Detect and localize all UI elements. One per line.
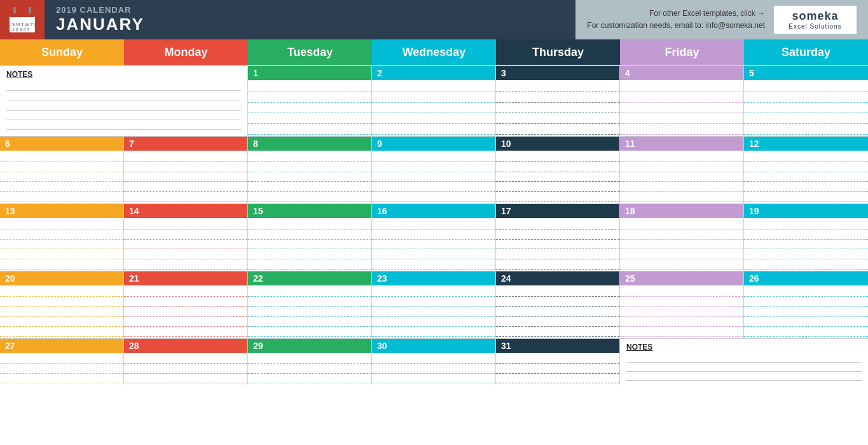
day-11[interactable]: 11: [620, 137, 744, 203]
header-title: 2019 CALENDAR JANUARY: [45, 0, 575, 39]
day-16[interactable]: 16: [372, 204, 496, 271]
notes-line: [626, 363, 862, 372]
day-15[interactable]: 15: [248, 204, 372, 271]
day-28[interactable]: 28: [124, 339, 248, 385]
day-21[interactable]: 21: [124, 271, 248, 338]
notes-line: [626, 354, 862, 363]
day-4[interactable]: 4: [620, 66, 744, 136]
month-label: JANUARY: [56, 15, 564, 34]
day-number-18: 18: [620, 204, 743, 218]
day-number-16: 16: [372, 204, 495, 218]
day-number-8: 8: [248, 137, 371, 151]
calendar-row-4: 20 21 22: [0, 271, 868, 339]
day-number-22: 22: [248, 271, 371, 285]
calendar-row-5: 27 28 29 30: [0, 339, 868, 385]
day-2[interactable]: 2: [372, 66, 496, 136]
day-24[interactable]: 24: [496, 271, 620, 338]
day-number-14: 14: [124, 204, 247, 218]
day-29[interactable]: 29: [248, 339, 372, 385]
day-number-9: 9: [372, 137, 495, 151]
day-10[interactable]: 10: [496, 137, 620, 203]
notes-cell-top[interactable]: NOTES: [0, 66, 248, 136]
notes-line: [6, 91, 241, 100]
day-14[interactable]: 14: [124, 204, 248, 271]
day-12[interactable]: 12: [744, 137, 868, 203]
notes-lines-top: [6, 81, 241, 130]
notes-label-bottom: NOTES: [626, 343, 862, 352]
day-22[interactable]: 22: [248, 271, 372, 338]
logo-name: someka: [792, 10, 838, 23]
day-30[interactable]: 30: [372, 339, 496, 385]
day-31[interactable]: 31: [496, 339, 620, 385]
header-friday: Friday: [620, 39, 744, 65]
header-thursday: Thursday: [496, 39, 620, 65]
day-number-29: 29: [248, 339, 371, 353]
day-number-5: 5: [744, 66, 868, 80]
calendar-grid: NOTES 1 2: [0, 66, 868, 385]
day-5[interactable]: 5: [744, 66, 868, 136]
notes-line: [6, 81, 241, 91]
day-23[interactable]: 23: [372, 271, 496, 338]
day-number-2: 2: [372, 66, 495, 80]
header-links: For other Excel templates, click → For c…: [587, 8, 765, 32]
svg-text:1  2  3  4  5: 1 2 3 4 5: [12, 27, 29, 32]
calendar-row-2: 6 7 8: [0, 137, 868, 204]
notes-label-top: NOTES: [6, 70, 241, 79]
day-number-4: 4: [620, 66, 743, 80]
header-saturday: Saturday: [744, 39, 868, 65]
day-number-28: 28: [124, 339, 247, 353]
day-1[interactable]: 1: [248, 66, 372, 136]
logo-tagline: Excel Solutions: [789, 23, 841, 30]
calendar-row-3: 13 14 15: [0, 204, 868, 271]
day-18[interactable]: 18: [620, 204, 744, 271]
logo: someka Excel Solutions: [774, 6, 857, 34]
day-17[interactable]: 17: [496, 204, 620, 271]
day-lines-5: [744, 80, 868, 136]
svg-rect-3: [29, 7, 31, 13]
day-20[interactable]: 20: [0, 271, 124, 338]
day-number-1: 1: [248, 66, 371, 80]
day-number-6: 6: [0, 137, 123, 151]
header-right: For other Excel templates, click → For c…: [575, 0, 868, 39]
day-26[interactable]: 26: [744, 271, 868, 338]
day-headers: Sunday Monday Tuesday Wednesday Thursday…: [0, 39, 868, 66]
day-27[interactable]: 27: [0, 339, 124, 385]
day-number-30: 30: [372, 339, 495, 353]
day-25[interactable]: 25: [620, 271, 744, 338]
day-13[interactable]: 13: [0, 204, 124, 271]
calendar-row-1: NOTES 1 2: [0, 66, 868, 137]
notes-cell-bottom[interactable]: NOTES: [620, 339, 868, 385]
day-3[interactable]: 3: [496, 66, 620, 136]
day-lines-2: [372, 80, 495, 136]
calendar-icon: S M T W T F S 1 2 3 4 5: [0, 0, 45, 39]
day-number-24: 24: [496, 271, 619, 285]
notes-line: [626, 372, 862, 381]
day-7[interactable]: 7: [124, 137, 248, 203]
header-tuesday: Tuesday: [248, 39, 372, 65]
link2: For customization needs, email to: info@…: [587, 20, 765, 32]
link1[interactable]: For other Excel templates, click →: [587, 8, 765, 20]
day-19[interactable]: 19: [744, 204, 868, 271]
day-lines-4: [620, 80, 743, 136]
svg-text:S M T W T F S: S M T W T F S: [12, 22, 36, 27]
day-lines-1: [248, 80, 371, 136]
notes-line: [6, 100, 241, 110]
svg-rect-2: [13, 7, 16, 13]
notes-lines-bottom: [626, 354, 862, 378]
day-number-11: 11: [620, 137, 743, 151]
day-number-19: 19: [744, 204, 868, 218]
header-monday: Monday: [124, 39, 248, 65]
year-label: 2019 CALENDAR: [56, 5, 564, 15]
notes-line: [6, 111, 241, 120]
header: S M T W T F S 1 2 3 4 5 2019 CALENDAR JA…: [0, 0, 868, 39]
day-number-26: 26: [744, 271, 868, 285]
day-number-20: 20: [0, 271, 123, 285]
header-sunday: Sunday: [0, 39, 124, 65]
day-number-13: 13: [0, 204, 123, 218]
day-number-12: 12: [744, 137, 868, 151]
day-6[interactable]: 6: [0, 137, 124, 203]
day-9[interactable]: 9: [372, 137, 496, 203]
day-8[interactable]: 8: [248, 137, 372, 203]
notes-line: [6, 120, 241, 130]
day-number-23: 23: [372, 271, 495, 285]
